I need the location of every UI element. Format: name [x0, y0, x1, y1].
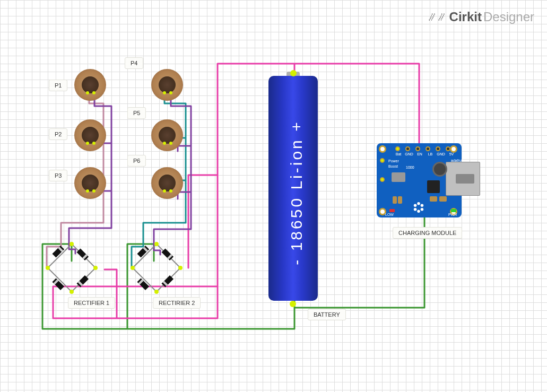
smd-cap: [439, 196, 447, 202]
piezo-p3: [74, 167, 106, 199]
inductor-icon: [432, 162, 447, 177]
label-rectifier-2: RECTIRIER 2: [153, 297, 201, 309]
svg-point-30: [154, 242, 159, 246]
label-p6: P6: [127, 155, 146, 167]
piezo-p1: [74, 69, 106, 101]
text-boost: Boost: [388, 164, 398, 168]
piezo-p5: [151, 119, 183, 151]
pin-side-minus: [380, 177, 385, 182]
label-charging-module: CHARGING MODULE: [393, 227, 462, 239]
label-p3: P3: [49, 170, 67, 181]
led-pwr: [451, 209, 456, 212]
adafruit-flower-icon: [413, 202, 424, 213]
label-p2: P2: [49, 128, 67, 140]
svg-point-32: [417, 202, 420, 205]
smd-cap: [398, 196, 402, 204]
svg-point-28: [131, 266, 135, 270]
svg-point-12: [46, 266, 50, 270]
svg-point-33: [421, 204, 424, 207]
piezo-p2: [74, 119, 106, 151]
chip-icon: [427, 180, 440, 193]
pin-en: [415, 146, 420, 151]
svg-point-35: [417, 210, 420, 213]
label-p5: P5: [127, 107, 146, 119]
svg-point-36: [414, 208, 417, 211]
svg-point-29: [178, 266, 183, 270]
smd-cap: [430, 196, 437, 202]
label-battery: BATTERY: [308, 309, 346, 320]
text-adafruit: adafruit: [451, 159, 463, 162]
svg-rect-26: [137, 278, 149, 290]
text-pwr: PWR: [448, 213, 457, 216]
svg-rect-10: [52, 278, 64, 290]
label-p4: P4: [125, 57, 143, 69]
svg-point-37: [414, 204, 417, 207]
svg-point-13: [93, 266, 98, 270]
smd-cap: [393, 196, 397, 204]
svg-point-14: [70, 242, 74, 246]
battery-18650: - 18650 Li-ion +: [265, 72, 321, 305]
label-rectifier-1: RECTIFIER 1: [68, 297, 115, 309]
battery-text: - 18650 Li-ion +: [268, 76, 324, 309]
svg-point-15: [70, 290, 74, 294]
text-power: Power: [388, 159, 399, 163]
piezo-p4: [151, 69, 183, 101]
svg-point-31: [154, 290, 159, 294]
charging-module: Bat GND EN LB GND 5V Power Boost 1000 ad…: [377, 143, 480, 217]
label-p1: P1: [49, 80, 67, 91]
pin-labels: Bat GND EN LB GND 5V: [394, 152, 456, 156]
pin-gnd1: [405, 146, 410, 151]
svg-point-38: [418, 206, 420, 209]
led-low: [389, 209, 395, 212]
pin-gnd2: [436, 146, 440, 151]
piezo-p6: [151, 167, 183, 199]
pin-side-plus: [380, 158, 385, 163]
text-1000: 1000: [406, 165, 414, 169]
svg-point-34: [421, 208, 424, 211]
pin-lb: [426, 146, 430, 151]
pin-bat: [395, 146, 400, 151]
text-low: LOW: [385, 213, 394, 216]
jst-connector: [392, 172, 405, 182]
pin-5v: [446, 146, 450, 151]
